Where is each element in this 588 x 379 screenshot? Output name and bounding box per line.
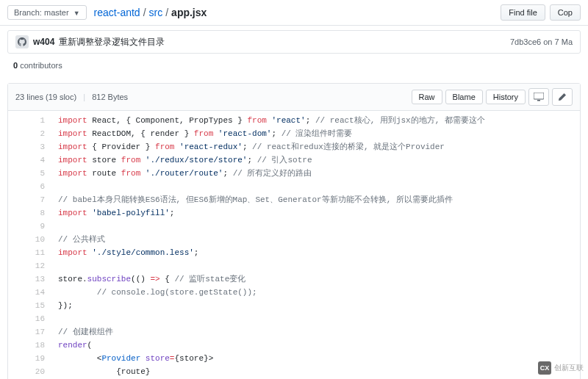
commit-row: w404 重新调整登录逻辑文件目录 7db3ce6 on 7 Ma — [7, 30, 581, 54]
desktop-button[interactable] — [528, 88, 549, 106]
github-icon — [18, 37, 26, 46]
code-line: import React, { Component, PropTypes } f… — [58, 114, 574, 127]
code-line: import './style/common.less'; — [58, 246, 574, 259]
edit-button[interactable] — [552, 88, 573, 106]
contrib-count: 0 — [13, 61, 18, 70]
avatar[interactable] — [15, 35, 29, 48]
contrib-label: contributors — [20, 61, 62, 70]
code-line: import { Provider } from 'react-redux'; … — [58, 140, 574, 154]
line-number[interactable]: 15 — [8, 299, 45, 312]
crumb-repo[interactable]: react-antd — [94, 7, 140, 18]
desktop-icon — [534, 93, 544, 101]
history-button[interactable]: History — [486, 90, 526, 104]
svg-rect-1 — [537, 100, 540, 101]
line-number[interactable]: 14 — [8, 286, 45, 299]
code-line: import 'babel-polyfill'; — [58, 206, 574, 220]
code-line: import store from './redux/store/store';… — [58, 154, 574, 167]
line-number[interactable]: 19 — [8, 352, 45, 365]
code-line: import route from './router/route'; // 所… — [58, 167, 574, 180]
code-line: {route} — [58, 365, 574, 378]
code-line: import ReactDOM, { render } from 'react-… — [58, 127, 574, 140]
watermark: CX 创新互联 — [538, 361, 584, 375]
code-line: <Provider store={store}> — [58, 352, 574, 365]
commit-hash[interactable]: 7db3ce6 on 7 Ma — [510, 37, 573, 46]
code-line — [58, 259, 574, 272]
code-line: store.subscribe(() => { // 监听state变化 — [58, 272, 574, 286]
blame-button[interactable]: Blame — [445, 90, 483, 104]
breadcrumb: react-antd / src / app.jsx — [94, 7, 497, 18]
code-line: // 公共样式 — [58, 233, 574, 246]
code-line — [58, 220, 574, 233]
watermark-text: 创新互联 — [554, 363, 584, 373]
code-line: // babel本身只能转换ES6语法, 但ES6新增的Map、Set、Gene… — [58, 193, 574, 206]
line-number[interactable]: 7 — [8, 193, 45, 206]
line-number[interactable]: 5 — [8, 167, 45, 180]
line-number[interactable]: 9 — [8, 220, 45, 233]
commit-author[interactable]: w404 — [33, 37, 54, 47]
code-body: import React, { Component, PropTypes } f… — [52, 111, 580, 379]
line-number[interactable]: 1 — [8, 114, 45, 127]
watermark-logo-icon: CX — [538, 361, 551, 375]
raw-button[interactable]: Raw — [412, 90, 442, 104]
line-number[interactable]: 10 — [8, 233, 45, 246]
line-number[interactable]: 18 — [8, 339, 45, 352]
crumb-sep: / — [143, 7, 146, 18]
code-area: 1234567891011121314151617181920212223 im… — [8, 111, 580, 379]
file-size: 812 Bytes — [92, 93, 128, 101]
line-number[interactable]: 2 — [8, 127, 45, 140]
branch-select[interactable]: Branch: master ▼ — [7, 5, 87, 20]
commit-message[interactable]: 重新调整登录逻辑文件目录 — [59, 36, 510, 48]
svg-rect-0 — [534, 93, 544, 99]
code-line — [58, 180, 574, 193]
pencil-icon — [558, 93, 567, 101]
file-header: 23 lines (19 sloc) | 812 Bytes Raw Blame… — [8, 84, 580, 111]
crumb-dir[interactable]: src — [149, 7, 163, 18]
crumb-file: app.jsx — [171, 7, 207, 18]
line-number[interactable]: 6 — [8, 180, 45, 193]
line-number[interactable]: 3 — [8, 140, 45, 154]
caret-down-icon: ▼ — [74, 10, 80, 17]
line-number[interactable]: 12 — [8, 259, 45, 272]
line-number[interactable]: 8 — [8, 206, 45, 220]
line-number[interactable]: 20 — [8, 365, 45, 378]
gutter: 1234567891011121314151617181920212223 — [8, 111, 52, 379]
line-number[interactable]: 11 — [8, 246, 45, 259]
branch-label: Branch: — [14, 8, 42, 17]
file-lines: 23 lines (19 sloc) — [15, 93, 76, 101]
find-file-button[interactable]: Find file — [501, 4, 545, 21]
copy-path-button[interactable]: Cop — [550, 4, 581, 21]
code-line: render( — [58, 339, 574, 352]
code-line: // console.log(store.getState()); — [58, 286, 574, 299]
code-line — [58, 312, 574, 325]
line-number[interactable]: 13 — [8, 272, 45, 286]
crumb-sep: / — [165, 7, 168, 18]
line-number[interactable]: 4 — [8, 154, 45, 167]
code-line: // 创建根组件 — [58, 325, 574, 339]
code-line: }); — [58, 299, 574, 312]
branch-name: master — [44, 8, 69, 17]
contributors-row: 0 contributors — [0, 58, 588, 76]
line-number[interactable]: 17 — [8, 325, 45, 339]
line-number[interactable]: 16 — [8, 312, 45, 325]
